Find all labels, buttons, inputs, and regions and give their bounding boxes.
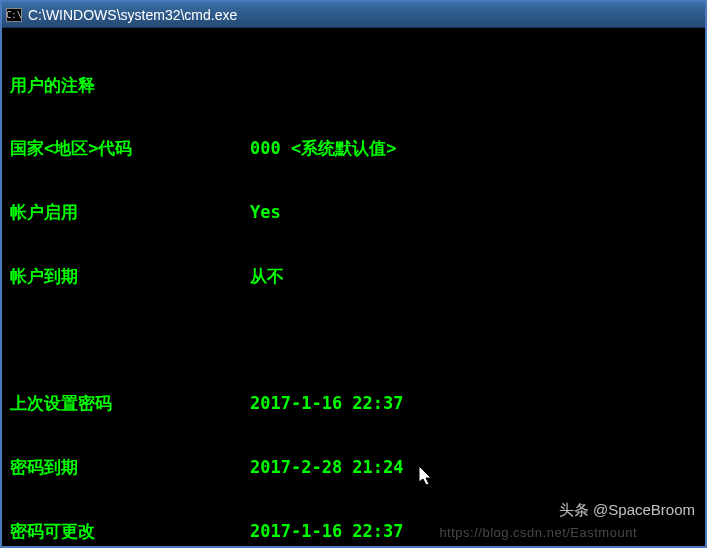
watermark-bottom: https://blog.csdn.net/Eastmount [439, 525, 637, 540]
value-comment [250, 75, 697, 96]
label-pwset: 上次设置密码 [10, 393, 250, 414]
cmd-icon-text: C:\ [6, 10, 22, 20]
label-enabled: 帐户启用 [10, 202, 250, 223]
label-pwchg: 密码可更改 [10, 521, 250, 542]
row-pwset: 上次设置密码2017-1-16 22:37 [10, 393, 697, 414]
cmd-window: C:\ C:\WINDOWS\system32\cmd.exe 用户的注释 国家… [0, 0, 707, 548]
label-expires: 帐户到期 [10, 266, 250, 287]
titlebar[interactable]: C:\ C:\WINDOWS\system32\cmd.exe [2, 2, 705, 28]
row-country: 国家<地区>代码000 <系统默认值> [10, 138, 697, 159]
window-title: C:\WINDOWS\system32\cmd.exe [28, 7, 237, 23]
label-country: 国家<地区>代码 [10, 138, 250, 159]
label-comment: 用户的注释 [10, 75, 250, 96]
value-expires: 从不 [250, 266, 697, 287]
cmd-icon: C:\ [6, 8, 22, 22]
label-pwexp: 密码到期 [10, 457, 250, 478]
value-pwset: 2017-1-16 22:37 [250, 393, 697, 414]
terminal-output[interactable]: 用户的注释 国家<地区>代码000 <系统默认值> 帐户启用Yes 帐户到期从不… [2, 28, 705, 546]
row-enabled: 帐户启用Yes [10, 202, 697, 223]
value-country: 000 <系统默认值> [250, 138, 697, 159]
watermark-top: 头条 @SpaceBroom [559, 501, 695, 520]
row-pwexp: 密码到期2017-2-28 21:24 [10, 457, 697, 478]
row-expires: 帐户到期从不 [10, 266, 697, 287]
value-pwexp: 2017-2-28 21:24 [250, 457, 697, 478]
value-enabled: Yes [250, 202, 697, 223]
row-comment: 用户的注释 [10, 75, 697, 96]
blank-row [10, 330, 697, 351]
